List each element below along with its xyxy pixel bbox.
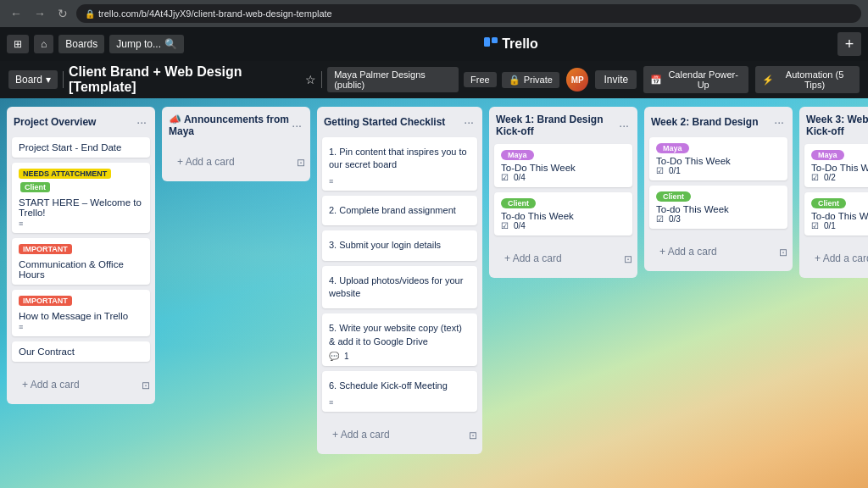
boards-button[interactable]: Boards [58,35,104,53]
card-text: 2. Complete brand assignment [329,201,470,220]
card-submit-login[interactable]: 3. Submit your login details [322,230,477,260]
column-cards-week1: Maya To-Do This Week ☑ 0/4 Client To-do … [489,141,637,244]
card-text: How to Message in Trello [19,311,143,321]
card-complete-brand[interactable]: 2. Complete brand assignment [322,196,477,225]
count-label-w3: 0/2 [824,173,836,182]
card-pin-content[interactable]: 1. Pin content that inspires you to our … [322,137,477,191]
card-client-todo-w1[interactable]: Client To-do This Week ☑ 0/4 [494,192,632,236]
search-placeholder: Jump to... [116,38,161,50]
maya-tag-w3: Maya [811,150,844,160]
automation-button[interactable]: ⚡ Automation (5 Tips) [755,66,860,93]
add-card-button-week1[interactable]: + Add a card [498,247,620,269]
maya-tag-w1: Maya [501,150,534,160]
add-card-icons-w2: ⊡ [779,247,787,258]
board-view-button[interactable]: Board ▾ [8,70,58,89]
calendar-label: Calendar Power-Up [665,69,742,90]
add-card-button-week2[interactable]: + Add a card [653,241,776,263]
column-week3: Week 3: Web Design Kick-off ··· Maya To-… [799,107,868,278]
add-card-icons-gs: ⊡ [469,430,477,441]
card-comm-office[interactable]: IMPORTANT Communication & Office Hours [12,238,150,285]
board-area: Project Overview ··· Project Start - End… [0,98,868,488]
add-card-button-announcements[interactable]: + Add a card [170,151,293,173]
lock-privacy-icon: 🔒 [509,75,520,86]
card-text: 4. Upload photos/videos for your website [329,271,470,304]
column-menu-button-gs[interactable]: ··· [462,114,476,130]
description-icon2: ≡ [19,323,143,331]
column-week2: Week 2: Brand Design ··· Maya To-Do This… [644,107,793,271]
card-count2: ☑ 0/4 [501,221,626,230]
card-schedule-kickoff[interactable]: 6. Schedule Kick-off Meeting ≡ [322,371,477,411]
column-header-getting-started: Getting Started Checklist ··· [317,107,482,134]
avatar-initials: MP [571,75,584,85]
card-write-copy[interactable]: 5. Write your website copy (text) & add … [322,313,477,366]
automation-label: Automation (5 Tips) [776,69,853,90]
card-count: ☑ 0/4 [501,173,626,182]
card-maya-todo-w1[interactable]: Maya To-Do This Week ☑ 0/4 [494,144,632,187]
card-text: 5. Write your website copy (text) & add … [329,319,470,352]
add-card-row: + Add a card ⊡ [7,370,155,404]
column-week1: Week 1: Brand Design Kick-off ··· Maya T… [489,107,637,278]
topbar-center: Trello [189,36,832,52]
browser-chrome: ← → ↻ 🔒 trello.com/b/4At4JjyX9/client-br… [0,0,868,27]
card-client-todo-w2[interactable]: Client To-do This Week ☑ 0/3 [649,186,787,229]
columns-container: Project Overview ··· Project Start - End… [0,98,868,488]
add-card-button-project-overview[interactable]: + Add a card [15,374,138,396]
forward-button[interactable]: → [31,5,49,22]
card-footer: 💬 1 [329,352,470,361]
count-label2: 0/4 [514,221,526,230]
count-label: 0/4 [514,173,526,182]
card-count-w3: ☑ 0/2 [811,173,868,182]
add-card-button-week3[interactable]: + Add a card [808,247,868,269]
calendar-power-up-button[interactable]: 📅 Calendar Power-Up [643,66,748,93]
column-menu-button[interactable]: ··· [135,114,148,130]
column-title-getting-started: Getting Started Checklist [324,116,445,128]
url-bar[interactable]: 🔒 trello.com/b/4At4JjyX9/client-brand-we… [76,4,861,23]
add-card-button-getting-started[interactable]: + Add a card [326,424,465,446]
board-header-left: Board ▾ Client Brand + Web Design [Templ… [8,64,559,95]
chevron-down-icon: ▾ [46,74,51,86]
column-project-overview: Project Overview ··· Project Start - End… [7,107,155,404]
column-title-week1: Week 1: Brand Design Kick-off [496,114,617,137]
automation-icon: ⚡ [762,75,774,86]
card-upload-photos[interactable]: 4. Upload photos/videos for your website [322,266,477,309]
add-card-row-w3: + Add a card ⊡ [799,244,868,278]
home-button[interactable]: ⌂ [34,35,53,53]
card-maya-todo-w2[interactable]: Maya To-Do This Week ☑ 0/1 [649,137,787,180]
column-title-week3: Week 3: Web Design Kick-off [806,114,868,137]
card-count2-w2: ☑ 0/3 [656,214,781,224]
card-client-todo-w3[interactable]: Client To-do This Week ☑ 0/1 [804,192,868,236]
trello-wordmark: Trello [483,36,538,52]
add-card-row-w1: + Add a card ⊡ [489,244,637,278]
add-card-row-ann: + Add a card ⊡ [162,147,310,181]
add-global-button[interactable]: + [837,32,861,56]
search-button[interactable]: Jump to... 🔍 [109,35,184,53]
refresh-button[interactable]: ↻ [54,5,71,22]
column-menu-button-w1[interactable]: ··· [617,117,631,134]
svg-rect-1 [492,37,498,43]
card-contract[interactable]: Our Contract [12,341,150,362]
star-button[interactable]: ☆ [305,73,316,86]
column-header-announcements: 📣 Announcements from Maya ··· [162,107,310,141]
back-button[interactable]: ← [7,5,25,22]
apps-button[interactable]: ⊞ [7,35,29,53]
card-message-trello[interactable]: IMPORTANT How to Message in Trello ≡ [12,290,150,336]
column-cards-project-overview: Project Start - End Date NEEDS ATTATCHME… [7,134,155,370]
comment-count: 1 [344,352,349,361]
card-start-here[interactable]: NEEDS ATTATCHMENT Client START HERE – We… [12,163,150,233]
column-menu-button-ann[interactable]: ··· [290,117,303,134]
description-icon: ≡ [19,219,143,228]
add-card-icons-w1: ⊡ [624,253,632,265]
column-header-week3: Week 3: Web Design Kick-off ··· [799,107,868,141]
card-text: 6. Schedule Kick-off Meeting [329,376,470,396]
card-project-start[interactable]: Project Start - End Date [12,137,150,158]
invite-button[interactable]: Invite [595,70,637,89]
workspace-label: Maya Palmer Designs (public) [334,69,452,90]
column-menu-button-w2[interactable]: ··· [772,114,786,130]
card-maya-todo-w3[interactable]: Maya To-Do This Week ☑ 0/2 [804,144,868,187]
card-text: Project Start - End Date [19,142,143,152]
add-card-icons: ⊡ [142,380,150,391]
client-tag-w2: Client [656,191,691,202]
search-icon: 🔍 [164,38,177,50]
board-header: Board ▾ Client Brand + Web Design [Templ… [0,61,868,98]
topbar-left: ⊞ ⌂ Boards Jump to... 🔍 [7,35,184,53]
